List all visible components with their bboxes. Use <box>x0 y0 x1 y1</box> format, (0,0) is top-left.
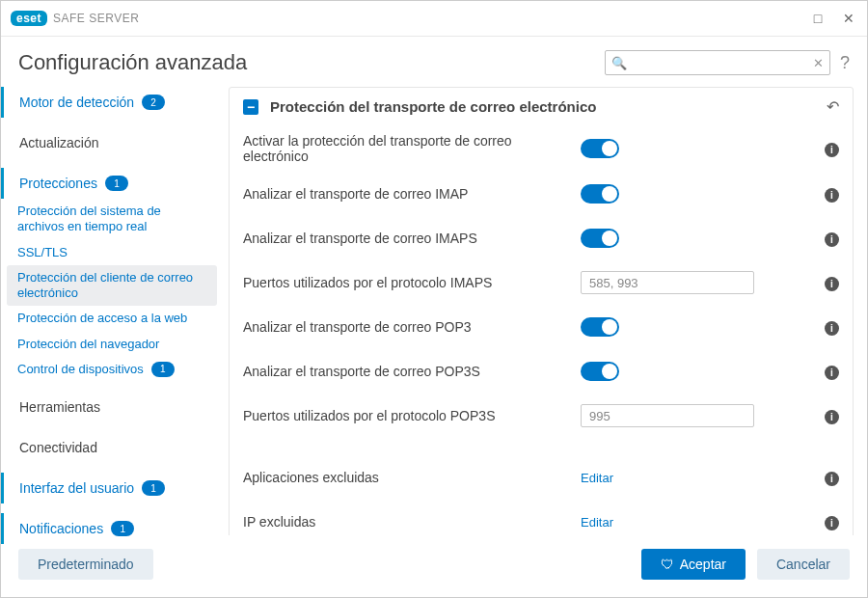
search-input[interactable] <box>633 55 813 71</box>
nav-ui[interactable]: Interfaz del usuario1 <box>1 473 223 503</box>
info-icon[interactable]: i <box>815 408 839 424</box>
badge: 1 <box>142 480 165 496</box>
input-pop3s-ports[interactable] <box>581 404 754 427</box>
info-icon[interactable]: i <box>815 319 839 336</box>
toggle-pop3s[interactable] <box>581 362 619 381</box>
row-imap: Analizar el transporte de correo IMAP i <box>243 172 839 216</box>
close-icon[interactable]: ✕ <box>840 11 857 26</box>
nav-sub-browser[interactable]: Protección del navegador <box>1 332 223 357</box>
sidebar: Motor de detección2 Actualización Protec… <box>1 83 223 535</box>
input-imaps-ports[interactable] <box>581 271 754 294</box>
info-icon[interactable]: i <box>815 514 839 530</box>
info-icon[interactable]: i <box>815 275 839 291</box>
toggle-pop3[interactable] <box>581 317 619 337</box>
titlebar: eset SAFE SERVER □ ✕ <box>1 1 867 37</box>
nav-sub-email-client[interactable]: Protección del cliente de correo electró… <box>7 265 217 307</box>
badge: 1 <box>111 521 134 536</box>
toggle-imaps[interactable] <box>581 229 619 248</box>
nav-protections[interactable]: Protecciones1 <box>1 168 223 199</box>
row-pop3s: Analizar el transporte de correo POP3S i <box>243 349 839 394</box>
shield-check-icon: 🛡 <box>661 557 674 572</box>
brand-badge: eset <box>11 11 47 26</box>
info-icon[interactable]: i <box>815 364 839 380</box>
page-title: Configuración avanzada <box>18 50 247 75</box>
edit-excluded-apps-link[interactable]: Editar <box>581 471 613 485</box>
badge: 2 <box>142 95 165 110</box>
nav-sub-realtime-fs[interactable]: Protección del sistema de archivos en ti… <box>1 199 223 240</box>
collapse-icon[interactable]: − <box>243 99 258 115</box>
panel-title: Protección del transporte de correo elec… <box>270 98 596 115</box>
toggle-imap[interactable] <box>581 184 619 204</box>
nav-sub-ssl-tls[interactable]: SSL/TLS <box>1 240 223 265</box>
row-enable-transport: Activar la protección del transporte de … <box>243 125 839 172</box>
app-window: eset SAFE SERVER □ ✕ Configuración avanz… <box>0 0 868 598</box>
toggle-enable[interactable] <box>581 139 619 158</box>
nav-sub-device-control[interactable]: Control de dispositivos 1 <box>1 357 223 382</box>
row-imaps: Analizar el transporte de correo IMAPS i <box>243 216 839 260</box>
footer: Predeterminado 🛡Aceptar Cancelar <box>1 535 867 597</box>
row-excluded-ips: IP excluidas Editar i <box>243 500 839 535</box>
help-icon[interactable]: ? <box>840 53 850 73</box>
edit-excluded-ips-link[interactable]: Editar <box>581 515 613 530</box>
body: Motor de detección2 Actualización Protec… <box>1 83 867 535</box>
window-controls: □ ✕ <box>809 11 857 26</box>
product-name: SAFE SERVER <box>53 12 139 25</box>
maximize-icon[interactable]: □ <box>809 11 827 26</box>
clear-search-icon[interactable]: ✕ <box>813 56 824 70</box>
row-pop3s-ports: Puertos utilizados por el protocolo POP3… <box>243 394 839 438</box>
nav-tools[interactable]: Herramientas <box>1 392 223 422</box>
cancel-button[interactable]: Cancelar <box>757 549 850 580</box>
panel-header[interactable]: − Protección del transporte de correo el… <box>230 88 853 125</box>
search-box[interactable]: 🔍 ✕ <box>605 50 830 75</box>
nav-update[interactable]: Actualización <box>1 127 223 158</box>
header-row: Configuración avanzada 🔍 ✕ ? <box>1 37 867 83</box>
row-imaps-ports: Puertos utilizados por el protocolo IMAP… <box>243 260 839 305</box>
revert-icon[interactable]: ↶ <box>827 97 839 116</box>
content: − Protección del transporte de correo el… <box>223 83 867 535</box>
badge: 1 <box>151 362 175 377</box>
info-icon[interactable]: i <box>815 470 839 486</box>
info-icon[interactable]: i <box>815 186 839 203</box>
info-icon[interactable]: i <box>815 231 839 247</box>
panel-body: Activar la protección del transporte de … <box>230 125 853 535</box>
default-button[interactable]: Predeterminado <box>18 549 153 580</box>
brand-logo: eset SAFE SERVER <box>11 11 139 26</box>
nav-connectivity[interactable]: Conectividad <box>1 432 223 463</box>
nav-sub-web-access[interactable]: Protección de acceso a la web <box>1 306 223 331</box>
info-icon[interactable]: i <box>815 141 839 157</box>
panel-email-transport: − Protección del transporte de correo el… <box>229 87 854 535</box>
nav-detection-engine[interactable]: Motor de detección2 <box>1 87 223 118</box>
accept-button[interactable]: 🛡Aceptar <box>641 549 746 580</box>
row-pop3: Analizar el transporte de correo POP3 i <box>243 305 839 349</box>
search-icon: 🔍 <box>611 56 627 70</box>
badge: 1 <box>105 176 128 191</box>
row-excluded-apps: Aplicaciones excluidas Editar i <box>243 455 839 500</box>
